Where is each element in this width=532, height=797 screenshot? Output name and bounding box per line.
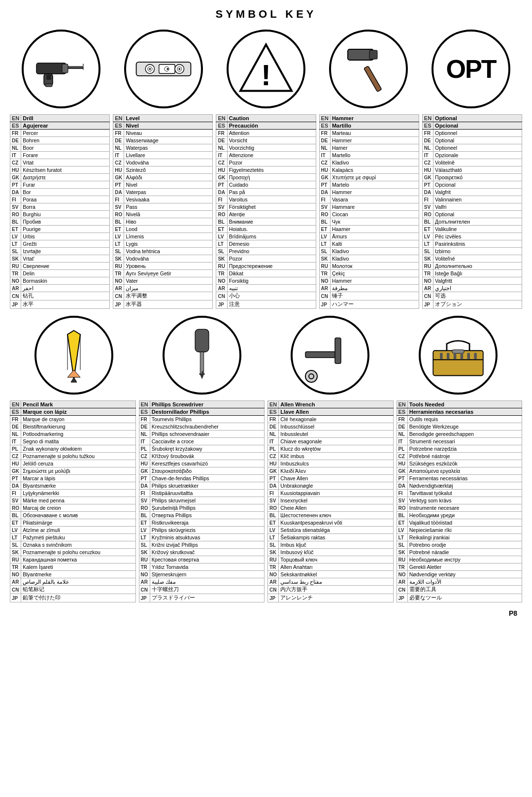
table-row: ETKuuskantpesapeakruvi võti — [268, 519, 394, 527]
table-row: FIVaroitus — [216, 196, 316, 203]
lang-table-drill: ENDrillESAgujerearFRPercerDEBohrenNLBoor… — [10, 114, 110, 309]
svg-rect-0 — [36, 63, 66, 74]
allen-wrench-icon — [291, 316, 369, 395]
table-row: CZVrtat — [10, 159, 110, 166]
table-row: GKΑπαιτούμενα εργαλεία — [397, 467, 522, 475]
table-row: SKPoznamenajte si polohu ceruzkou — [10, 549, 136, 556]
table-row: DANødvendigtværktøj — [397, 482, 522, 490]
table-row: GKΣημειώστε με μολύβι — [10, 467, 136, 475]
table-row: ARميزان — [113, 285, 213, 292]
table-row: FRAttention — [216, 130, 316, 137]
table-row: ESNivel — [113, 122, 213, 130]
table-row: DEBenötigte Werkzeuge — [397, 423, 522, 431]
table-row: CZVolitelně — [422, 159, 522, 166]
icons-row-1: ! OPT — [10, 30, 522, 108]
table-row: FROutils requis — [397, 416, 522, 423]
table-row: SVPhilips skruvmejsel — [139, 497, 265, 504]
table-row: ITForare — [10, 152, 110, 159]
table-row: BLЧук — [319, 218, 419, 226]
table-row: FRMarque de crayon — [10, 416, 136, 423]
table-row: NLPhillips schroevendraaier — [139, 431, 265, 438]
table-row: SKPotrebné náradie — [397, 549, 522, 556]
table-row: RUНеобходимые инстру — [397, 556, 522, 564]
tables-row-1: ENDrillESAgujerearFRPercerDEBohrenNLBoor… — [10, 114, 522, 309]
table-row: LTPažymėti pieštuku — [10, 534, 136, 541]
table-row: JP水平器 — [113, 300, 213, 309]
table-row: BLПробив — [10, 218, 110, 226]
table-row: PTNivel — [113, 181, 213, 189]
drill-icon — [22, 30, 100, 108]
table-row: BLДопълнителен — [422, 218, 522, 226]
table-row: PLŚrubokręt krzyżakowy — [139, 445, 265, 453]
table-row: SVHammare — [319, 203, 419, 211]
svg-rect-43 — [454, 353, 457, 359]
table-row: FIValinnainen — [422, 196, 522, 203]
table-row: ROOptional — [422, 211, 522, 218]
table-row: TRDelin — [10, 270, 110, 277]
table-row: DAPhilips skruetrækker — [139, 482, 265, 490]
table-row: ARتنبيه — [216, 285, 316, 292]
table-row: NLHamer — [319, 144, 419, 152]
table-row: TRÇekiç — [319, 270, 419, 277]
table-row: RUПредостережение — [216, 263, 316, 270]
tables-row-2: ENPencil MarkESMarque con lápizFRMarque … — [10, 400, 522, 602]
table-row: CZKřížový šroubovák — [139, 453, 265, 460]
table-row: JPアレンレンチ — [268, 594, 394, 602]
table-row: SKImbusový kľúč — [268, 549, 394, 556]
table-row: SKVrtat' — [10, 255, 110, 263]
level-icon — [124, 30, 203, 108]
table-row: ITOpzionale — [422, 152, 522, 159]
table-row: ESPrecaución — [216, 122, 316, 130]
table-row: LTPasirinkstinis — [422, 240, 522, 248]
svg-rect-23 — [369, 50, 377, 59]
table-row: FRMarteau — [319, 130, 419, 137]
table-row: ROInstrumente necesare — [397, 504, 522, 512]
svg-rect-42 — [447, 353, 450, 359]
table-row: SVMärke med penna — [10, 497, 136, 504]
table-row: JPオプション — [422, 300, 522, 309]
table-row: SLIzbirno — [422, 248, 522, 255]
pencil-icon — [34, 316, 113, 395]
table-row: LVAtzīme ar zīmuli — [10, 527, 136, 534]
table-row: FIRistipääruuvitaltta — [139, 490, 265, 497]
table-row: NLPotloodmarkering — [10, 431, 136, 438]
table-row: NOHammer — [319, 277, 419, 285]
table-row: ROMarcaj de creion — [10, 504, 136, 512]
table-row: RUКарандашная пометка — [10, 556, 136, 564]
table-row: BLОтвертка Phillips — [139, 512, 265, 519]
table-row: HUSzükséges eszközök — [397, 460, 522, 467]
table-row: FILyijykynämerkki — [10, 490, 136, 497]
table-row: HUFigyelmeztetés — [216, 166, 316, 174]
table-row: CN十字螺丝刀 — [139, 586, 265, 594]
table-row: DEKreuzschlitzschraubendreher — [139, 423, 265, 431]
table-row: NOStjerneskrujern — [139, 571, 265, 578]
table-row: PLPotrzebne narzędzia — [397, 445, 522, 453]
table-row: NOValgfritt — [422, 277, 522, 285]
table-row: TRAllen Anahtarı — [268, 564, 394, 571]
svg-point-12 — [149, 68, 151, 70]
table-row: ARمفك صليبة — [139, 578, 265, 586]
table-row: BLШестостепенен ключ — [268, 512, 394, 519]
table-row: NOSekskantnøkkel — [268, 571, 394, 578]
table-row: PLKlucz do wkrętów — [268, 445, 394, 453]
table-row: PTOpcional — [422, 181, 522, 189]
svg-marker-8 — [83, 63, 84, 66]
table-row: CN钻孔 — [10, 292, 110, 300]
tools-needed-icon — [419, 316, 498, 395]
table-row: RUМолоток — [319, 263, 419, 270]
table-row: ARعلامة بالقلم الرصاص — [10, 578, 136, 586]
table-row: ROCheie Allen — [268, 504, 394, 512]
table-row: CN小心 — [216, 292, 316, 300]
table-row: CZPoznamenajte si polohu tužkou — [10, 453, 136, 460]
table-row: ARاختياري — [422, 285, 522, 292]
table-row: LVSešstūra stienatsléga — [268, 527, 394, 534]
table-row: ARمطرقة — [319, 285, 419, 292]
page-number: P8 — [10, 609, 522, 617]
page: SYMBOL KEY — [0, 0, 532, 797]
table-row: SVValfri — [422, 203, 522, 211]
table-row: DEInbusschlüssel — [268, 423, 394, 431]
table-row: ESLlave Allen — [268, 408, 394, 416]
table-row: DEWasserwaage — [113, 137, 213, 144]
phillips-screwdriver-icon — [163, 316, 241, 395]
table-row: SVInsexnyckel — [268, 497, 394, 504]
